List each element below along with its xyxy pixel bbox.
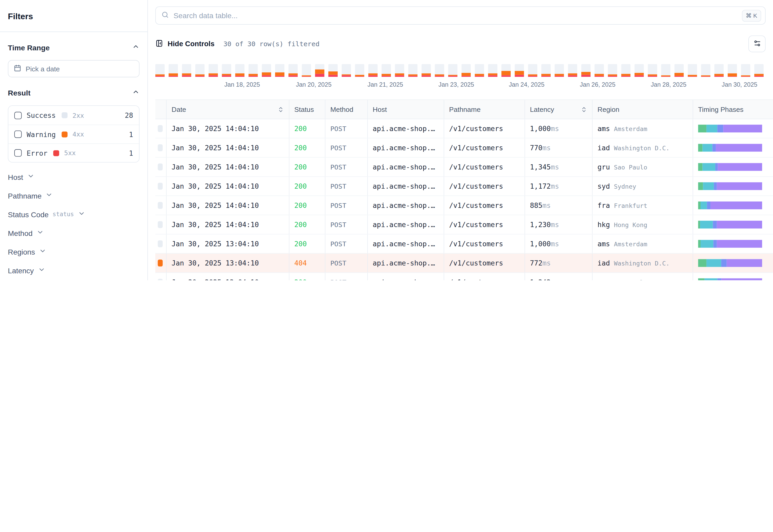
timeline-bar-success-segment <box>581 64 591 72</box>
section-time-range[interactable]: Time Range <box>8 43 139 52</box>
status-code: 200 <box>294 163 307 171</box>
timeline-bar-warning-segment <box>714 74 724 76</box>
date-picker-button[interactable]: Pick a date <box>8 60 139 77</box>
timeline-bar <box>714 64 724 77</box>
timeline-bar-success-segment <box>475 64 484 74</box>
sort-icon[interactable] <box>581 106 587 113</box>
table-body: Jan 30, 2025 14:04:10200POSTapi.acme-sho… <box>155 119 773 280</box>
table-row[interactable]: Jan 30, 2025 14:04:10200POSTapi.acme-sho… <box>155 138 773 158</box>
column-header-timing-phases: Timing Phases <box>693 100 773 119</box>
timeline-bar <box>581 64 591 77</box>
table-row[interactable]: Jan 30, 2025 14:04:10200POSTapi.acme-sho… <box>155 196 773 215</box>
cell-host: api.acme-shop.… <box>368 158 444 176</box>
timeline-bar-success-segment <box>621 64 631 74</box>
filter-section-host[interactable]: Host <box>8 167 139 186</box>
timing-phases-bar <box>698 125 762 132</box>
result-option-error[interactable]: Error5xx1 <box>8 143 139 162</box>
latency-unit: ms <box>542 259 551 267</box>
column-header-method: Method <box>326 100 368 119</box>
timeline-bar-error-segment <box>275 76 285 77</box>
filter-section-latency[interactable]: Latency <box>8 261 139 280</box>
timeline-chart[interactable]: Jan 18, 2025Jan 20, 2025Jan 21, 2025Jan … <box>155 64 767 92</box>
row-select-cell[interactable] <box>155 138 167 157</box>
timeline-bar-error-segment <box>302 76 311 77</box>
result-option-warning[interactable]: Warning4xx1 <box>8 125 139 143</box>
table-row[interactable]: Jan 30, 2025 13:04:10404POSTapi.acme-sho… <box>155 254 773 273</box>
view-options-button[interactable] <box>748 36 765 52</box>
row-level-indicator <box>158 279 162 280</box>
cell-timing-phases <box>693 254 773 272</box>
timeline-bar-success-segment <box>674 64 684 73</box>
timeline-bar <box>222 64 231 77</box>
checkbox[interactable] <box>14 131 22 138</box>
timeline-bar-error-segment <box>395 75 404 77</box>
status-color-swatch <box>62 112 67 118</box>
row-level-indicator <box>158 240 162 247</box>
table-row[interactable]: Jan 30, 2025 14:04:10200POSTapi.acme-sho… <box>155 119 773 138</box>
cell-status: 404 <box>289 254 326 272</box>
phase-segment-dns <box>698 144 703 152</box>
filter-section-regions[interactable]: Regions <box>8 242 139 261</box>
table-row[interactable]: Jan 30, 2025 14:04:10200POSTapi.acme-sho… <box>155 215 773 234</box>
filter-section-status-code[interactable]: Status Codestatus <box>8 205 139 224</box>
table-row[interactable]: Jan 30, 2025 14:04:10200POSTapi.acme-sho… <box>155 177 773 196</box>
result-option-success[interactable]: Success2xx28 <box>8 106 139 125</box>
table-row[interactable]: Jan 30, 2025 13:04:10200POSTapi.acme-sho… <box>155 234 773 254</box>
checkbox[interactable] <box>14 112 22 119</box>
filter-section-dns[interactable]: DNStiming.dns <box>8 280 139 280</box>
section-result[interactable]: Result <box>8 88 139 98</box>
row-select-cell[interactable] <box>155 254 167 272</box>
row-select-cell[interactable] <box>155 158 167 176</box>
timeline-bar-error-segment <box>475 76 484 77</box>
sort-icon[interactable] <box>278 106 284 113</box>
timeline-bar-error-segment <box>168 76 178 77</box>
cell-host: api.acme-shop.… <box>368 215 444 234</box>
phase-segment-connection <box>701 201 707 209</box>
column-header-latency[interactable]: Latency <box>525 100 593 119</box>
timeline-bar-success-segment <box>514 64 524 71</box>
timeline-bar <box>275 64 285 77</box>
search-input[interactable] <box>173 11 737 20</box>
row-select-cell[interactable] <box>155 119 167 138</box>
chevron-down-icon <box>27 172 34 181</box>
cell-status: 200 <box>289 177 326 195</box>
chevron-down-icon <box>39 247 46 256</box>
checkbox[interactable] <box>14 149 22 156</box>
row-level-indicator <box>158 221 162 228</box>
timeline-bar-error-segment <box>541 76 551 77</box>
search-kbd-shortcut: ⌘ K <box>742 10 761 22</box>
hide-controls-button[interactable]: Hide Controls <box>155 39 215 49</box>
result-option-label: Success <box>26 111 56 119</box>
phase-segment-connection <box>703 182 714 190</box>
timeline-bar-error-segment <box>595 76 604 77</box>
phase-segment-dns <box>698 125 707 132</box>
timeline-bar <box>754 64 764 77</box>
timeline-bar <box>461 64 471 77</box>
filter-section-pathname[interactable]: Pathname <box>8 186 139 205</box>
row-select-cell[interactable] <box>155 234 167 253</box>
row-select-cell[interactable] <box>155 215 167 234</box>
filter-section-method[interactable]: Method <box>8 224 139 242</box>
table-row[interactable]: Jan 30, 2025 13:04:10200POSTapi.acme-sho… <box>155 273 773 280</box>
search-icon <box>161 11 169 21</box>
timeline-bar <box>448 64 457 77</box>
cell-region: iadWashington D.C. <box>593 254 693 272</box>
row-select-cell[interactable] <box>155 177 167 195</box>
phase-segment-dns <box>698 259 707 267</box>
cell-region: sydSydney <box>593 177 693 195</box>
timeline-bar-success-segment <box>249 64 258 74</box>
latency-value: 885 <box>530 201 542 209</box>
row-select-cell[interactable] <box>155 196 167 215</box>
row-select-cell[interactable] <box>155 273 167 280</box>
cell-method: POST <box>326 273 368 280</box>
phase-segment-connection <box>703 163 715 171</box>
column-header-date[interactable]: Date <box>167 100 290 119</box>
timeline-axis-label: Jan 23, 2025 <box>438 81 474 88</box>
timeline-bar-success-segment <box>448 64 457 75</box>
latency-value: 1,172 <box>530 182 551 190</box>
cell-date: Jan 30, 2025 14:04:10 <box>167 158 290 176</box>
timeline-bar-success-segment <box>275 64 285 72</box>
phase-segment-dns <box>698 201 701 209</box>
table-row[interactable]: Jan 30, 2025 14:04:10200POSTapi.acme-sho… <box>155 158 773 177</box>
timeline-bar-success-segment <box>168 64 178 73</box>
